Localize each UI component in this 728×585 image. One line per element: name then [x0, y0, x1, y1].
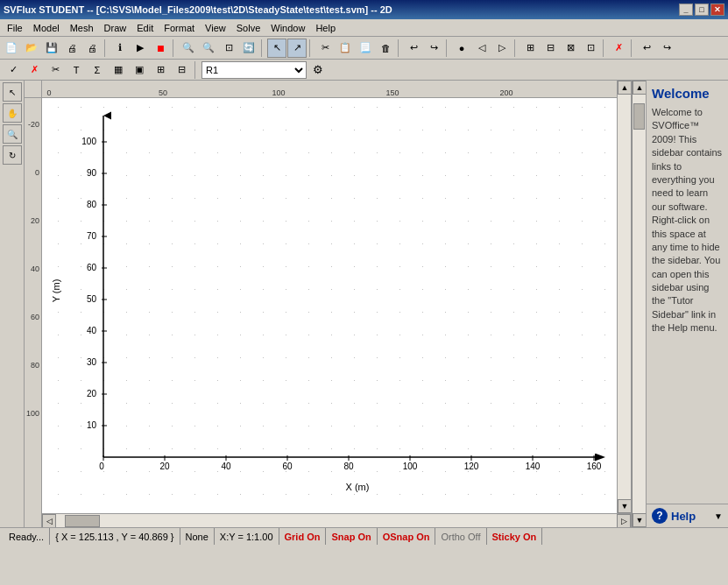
menu-file[interactable]: File	[2, 21, 28, 35]
zoom-in-button[interactable]: 🔍	[179, 39, 198, 58]
check-button[interactable]: ✓	[4, 60, 23, 80]
menu-mesh[interactable]: Mesh	[65, 21, 99, 35]
crosshair-button[interactable]: ✗	[609, 39, 628, 58]
status-ortho[interactable]: Ortho Off	[435, 528, 486, 545]
arrow-right-button[interactable]: ▷	[492, 39, 512, 58]
tool2-button[interactable]: ⊟	[541, 39, 560, 58]
plot-svg: 0 20 40 60 80 100 120	[42, 98, 631, 527]
top-ruler: 0 50 100 150 200	[42, 81, 631, 98]
sidebar-scroll-track[interactable]	[633, 95, 646, 513]
menu-view[interactable]: View	[200, 21, 231, 35]
sep8	[603, 39, 606, 57]
help-arrow-icon: ▼	[714, 511, 723, 521]
region-selector[interactable]: R1	[201, 61, 307, 79]
menu-help[interactable]: Help	[310, 21, 341, 35]
toolbar-main: 📄 📂 💾 🖨 🖨 ℹ ▶ ⏹ 🔍 🔍 ⊡ 🔄 ↖ ↗ ✂ 📋 📃 🗑 ↩ ↪ …	[0, 37, 728, 60]
scissors-button[interactable]: ✂	[46, 60, 65, 80]
arrow-left-button[interactable]: ◁	[472, 39, 491, 58]
svg-text:70: 70	[87, 231, 97, 241]
minimize-button[interactable]: _	[679, 4, 693, 16]
delete-button[interactable]: 🗑	[376, 39, 395, 58]
sidebar-scroll-down[interactable]: ▼	[633, 513, 647, 527]
svg-text:140: 140	[526, 462, 541, 471]
tool-select[interactable]: ↖	[3, 82, 22, 102]
status-grid[interactable]: Grid On	[279, 528, 327, 545]
zoom-fit-button[interactable]: ⊡	[219, 39, 238, 58]
print-button[interactable]: 🖨	[62, 39, 81, 58]
forward-button[interactable]: ↪	[657, 39, 676, 58]
addrow-button[interactable]: ⊞	[151, 60, 170, 80]
tick-150: 150	[385, 88, 399, 97]
sidebar-help-link[interactable]: ? Help ▼	[647, 504, 728, 527]
stop-button[interactable]: ⏹	[151, 39, 170, 58]
paste-button[interactable]: 📃	[356, 39, 375, 58]
back-button[interactable]: ↩	[637, 39, 656, 58]
menu-solve[interactable]: Solve	[231, 21, 266, 35]
svg-text:80: 80	[343, 462, 354, 471]
status-sticky[interactable]: Sticky On	[487, 528, 543, 545]
scroll-up-button[interactable]: ▲	[618, 81, 631, 95]
tool-pan[interactable]: ✋	[3, 103, 22, 123]
open-button[interactable]: 📂	[22, 39, 41, 58]
node-button[interactable]: ●	[452, 39, 471, 58]
tool3-button[interactable]: ⊠	[561, 39, 580, 58]
left-ruler: -20 0 20 40 60 80 100	[25, 98, 42, 527]
menu-format[interactable]: Format	[159, 21, 200, 35]
menu-draw[interactable]: Draw	[99, 21, 132, 35]
scroll-track-vertical[interactable]	[618, 95, 631, 499]
menubar: File Model Mesh Draw Edit Format View So…	[0, 19, 728, 37]
new-button[interactable]: 📄	[2, 39, 21, 58]
undo-button[interactable]: ↩	[404, 39, 423, 58]
region-settings-button[interactable]: ⚙	[308, 60, 328, 80]
plot-area[interactable]: 0 20 40 60 80 100 120	[42, 98, 631, 527]
grid-button[interactable]: ▦	[109, 60, 128, 80]
sidebar: Welcome Welcome to SVOffice™ 2009! This …	[646, 81, 728, 527]
sidebar-scroll-thumb[interactable]	[633, 103, 645, 130]
redo-button[interactable]: ↪	[424, 39, 443, 58]
delrow-button[interactable]: ⊟	[172, 60, 191, 80]
scroll-track-horizontal[interactable]	[56, 514, 617, 527]
cut-button[interactable]: ✂	[315, 39, 335, 58]
svg-text:40: 40	[221, 462, 231, 471]
select2-button[interactable]: ↗	[287, 39, 307, 58]
tool-zoom[interactable]: 🔍	[3, 124, 22, 144]
scroll-left-button[interactable]: ◁	[42, 514, 56, 527]
run-button[interactable]: ▶	[131, 39, 150, 58]
tick-0: 0	[46, 88, 51, 97]
select-button[interactable]: ↖	[267, 39, 286, 58]
sidebar-scroll-up[interactable]: ▲	[633, 81, 647, 95]
sep10	[194, 61, 198, 79]
scroll-right-button[interactable]: ▷	[617, 514, 631, 527]
text-button[interactable]: T	[67, 60, 86, 80]
sigma-button[interactable]: Σ	[88, 60, 107, 80]
grid2-button[interactable]: ▣	[130, 60, 149, 80]
svg-text:60: 60	[87, 263, 97, 272]
svg-text:90: 90	[87, 168, 97, 178]
zoom-reset-button[interactable]: 🔄	[239, 39, 258, 58]
sep6	[446, 39, 449, 57]
toolbar-secondary: ✓ ✗ ✂ T Σ ▦ ▣ ⊞ ⊟ R1 ⚙	[0, 60, 728, 81]
sep7	[514, 39, 518, 57]
ltick-40: 40	[31, 264, 39, 273]
zoom-out-button[interactable]: 🔍	[199, 39, 218, 58]
info-button[interactable]: ℹ	[110, 39, 130, 58]
svg-text:Y (m): Y (m)	[51, 279, 61, 303]
menu-edit[interactable]: Edit	[131, 21, 159, 35]
menu-window[interactable]: Window	[265, 21, 310, 35]
status-osnap[interactable]: OSnap On	[378, 528, 436, 545]
x-button[interactable]: ✗	[25, 60, 44, 80]
close-button[interactable]: ✕	[710, 4, 724, 16]
tool1-button[interactable]: ⊞	[520, 39, 540, 58]
sidebar-scrollbar: ▲ ▼	[632, 81, 646, 527]
status-snap[interactable]: Snap On	[326, 528, 377, 545]
save-button[interactable]: 💾	[42, 39, 61, 58]
copy-button[interactable]: 📋	[336, 39, 355, 58]
maximize-button[interactable]: □	[695, 4, 709, 16]
tool4-button[interactable]: ⊡	[581, 39, 600, 58]
print2-button[interactable]: 🖨	[82, 39, 102, 58]
tool-rotate[interactable]: ↻	[3, 145, 22, 165]
vertical-scrollbar: ▲ ▼	[617, 81, 631, 513]
menu-model[interactable]: Model	[28, 21, 65, 35]
scroll-down-button[interactable]: ▼	[618, 499, 631, 513]
scroll-thumb-horizontal[interactable]	[65, 515, 100, 527]
